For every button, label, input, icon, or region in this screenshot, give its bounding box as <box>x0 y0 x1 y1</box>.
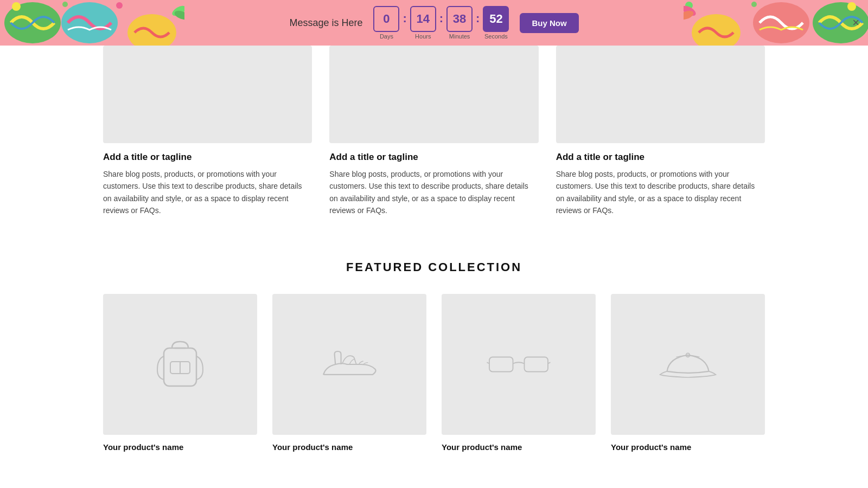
blog-image-1 <box>103 46 312 143</box>
blog-title-1: Add a title or tagline <box>103 152 312 163</box>
product-name-1: Your product's name <box>103 442 257 452</box>
buy-now-button[interactable]: Buy Now <box>520 13 578 33</box>
seconds-box: 52 <box>483 6 509 32</box>
product-card-2[interactable]: Your product's name <box>272 294 426 452</box>
banner-center-content: Message is Here 0 Days : 14 Hours : 38 M… <box>289 6 578 40</box>
svg-rect-21 <box>525 357 548 371</box>
blog-section: Add a title or tagline Share blog posts,… <box>103 46 765 249</box>
product-name-3: Your product's name <box>442 442 596 452</box>
sep-3: : <box>476 11 480 25</box>
blog-title-3: Add a title or tagline <box>556 152 765 163</box>
svg-point-11 <box>847 2 856 11</box>
blog-text-2: Share blog posts, products, or promotion… <box>329 168 538 217</box>
blog-card-1: Add a title or tagline Share blog posts,… <box>103 46 312 217</box>
svg-point-8 <box>692 14 741 46</box>
glasses-icon <box>486 332 551 397</box>
product-card-4[interactable]: Your product's name <box>611 294 765 452</box>
svg-point-12 <box>751 2 757 7</box>
product-card-1[interactable]: Your product's name <box>103 294 257 452</box>
promo-banner: Message is Here 0 Days : 14 Hours : 38 M… <box>0 0 868 46</box>
blog-text-3: Share blog posts, products, or promotion… <box>556 168 765 217</box>
hours-label: Hours <box>415 33 431 40</box>
product-card-3[interactable]: Your product's name <box>442 294 596 452</box>
svg-point-5 <box>116 2 123 9</box>
days-label: Days <box>380 33 393 40</box>
blog-title-2: Add a title or tagline <box>329 152 538 163</box>
banner-decoration-left <box>0 0 184 46</box>
svg-point-3 <box>12 2 21 11</box>
product-image-1 <box>103 294 257 435</box>
product-image-4 <box>611 294 765 435</box>
minutes-box: 38 <box>446 6 473 32</box>
countdown-hours: 14 Hours <box>410 6 436 40</box>
countdown-days: 0 Days <box>373 6 399 40</box>
countdown-minutes: 38 Minutes <box>446 6 473 40</box>
banner-decoration-right <box>684 0 868 46</box>
featured-section: FEATURED COLLECTION Your product's name <box>103 249 765 452</box>
blog-image-2 <box>329 46 538 143</box>
countdown-timer: 0 Days : 14 Hours : 38 Minutes : 52 Seco… <box>373 6 509 40</box>
countdown-seconds: 52 Seconds <box>483 6 509 40</box>
svg-rect-20 <box>489 357 513 371</box>
svg-point-2 <box>127 14 176 46</box>
product-name-4: Your product's name <box>611 442 765 452</box>
sep-2: : <box>439 11 443 25</box>
days-box: 0 <box>373 6 399 32</box>
shoe-icon <box>317 332 382 397</box>
banner-message: Message is Here <box>289 17 362 29</box>
blog-image-3 <box>556 46 765 143</box>
product-image-2 <box>272 294 426 435</box>
backpack-icon <box>148 332 213 397</box>
svg-point-4 <box>62 2 68 7</box>
close-banner-button[interactable]: × <box>852 16 859 30</box>
minutes-label: Minutes <box>449 33 470 40</box>
product-name-2: Your product's name <box>272 442 426 452</box>
product-image-3 <box>442 294 596 435</box>
sep-1: : <box>403 11 406 25</box>
featured-title: FEATURED COLLECTION <box>103 260 765 274</box>
seconds-label: Seconds <box>484 33 508 40</box>
blog-card-3: Add a title or tagline Share blog posts,… <box>556 46 765 217</box>
blog-card-2: Add a title or tagline Share blog posts,… <box>329 46 538 217</box>
blog-text-1: Share blog posts, products, or promotion… <box>103 168 312 217</box>
hours-box: 14 <box>410 6 436 32</box>
main-content: Add a title or tagline Share blog posts,… <box>81 46 787 452</box>
cap-icon <box>655 332 720 397</box>
products-grid: Your product's name Your product's name <box>103 294 765 452</box>
